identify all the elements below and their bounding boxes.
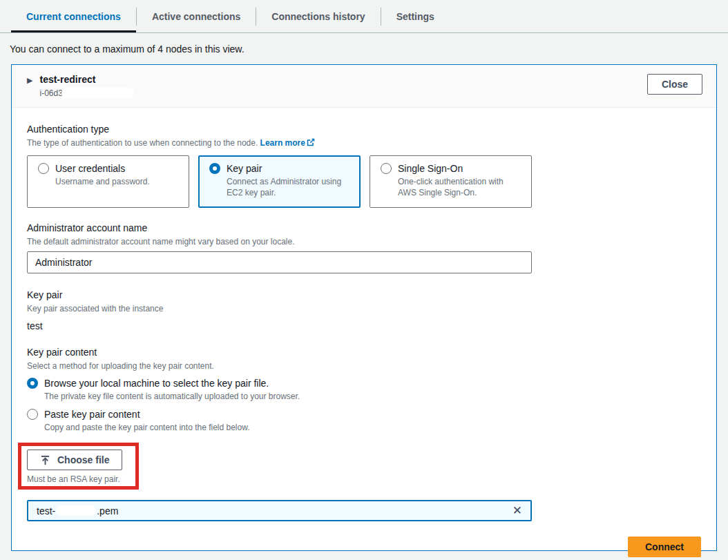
clear-file-icon[interactable]: ✕ (513, 505, 522, 516)
tab-settings[interactable]: Settings (381, 0, 450, 32)
upload-method-paste[interactable]: Paste key pair content Copy and paste th… (27, 409, 702, 433)
radio-browse-description: The private key file content is automati… (44, 391, 702, 402)
connection-panel: ▶ test-redirect i-06d3 Close Authenticat… (11, 64, 717, 551)
key-pair-description: Key pair associated with the instance (27, 303, 702, 314)
selected-file-field[interactable]: test-.pem ✕ (27, 500, 532, 521)
radio-paste-content[interactable] (27, 409, 38, 420)
authentication-type-field: Authentication type The type of authenti… (27, 123, 702, 208)
redaction-blob (56, 505, 96, 516)
key-pair-content-label: Key pair content (27, 346, 702, 358)
authentication-type-label: Authentication type (27, 123, 702, 135)
choose-file-area: Choose file Must be an RSA key pair. (27, 450, 165, 484)
auth-card-key-pair[interactable]: Key pair Connect as Administrator using … (198, 155, 361, 208)
panel-footer: Connect (27, 537, 701, 557)
upload-method-browse[interactable]: Browse your local machine to select the … (27, 378, 702, 402)
auth-card-description: Username and password. (55, 176, 178, 187)
upload-method-radio-group: Browse your local machine to select the … (27, 378, 702, 433)
auth-card-user-credentials[interactable]: User credentials Username and password. (27, 155, 189, 208)
tab-current-connections[interactable]: Current connections (11, 0, 136, 32)
external-link-icon (307, 138, 315, 146)
instance-id: i-06d3 (39, 88, 133, 99)
panel-header: ▶ test-redirect i-06d3 Close (12, 65, 716, 108)
radio-key-pair[interactable] (209, 163, 220, 174)
rsa-constraint-text: Must be an RSA key pair. (27, 474, 165, 484)
key-pair-content-description: Select a method for uploading the key pa… (27, 360, 702, 371)
auth-card-title: Key pair (227, 163, 262, 174)
learn-more-link[interactable]: Learn more (260, 138, 315, 148)
learn-more-label: Learn more (260, 138, 305, 148)
close-button[interactable]: Close (647, 74, 702, 95)
key-pair-content-field: Key pair content Select a method for upl… (27, 346, 702, 521)
admin-account-label: Administrator account name (27, 222, 702, 234)
radio-user-credentials[interactable] (38, 163, 49, 174)
authentication-type-description: The type of authentication to use when c… (27, 137, 702, 148)
auth-card-description: Connect as Administrator using EC2 key p… (227, 176, 349, 198)
radio-paste-description: Copy and paste the key pair content into… (44, 422, 702, 433)
redaction-blob (61, 88, 134, 99)
connect-button[interactable]: Connect (628, 537, 701, 557)
admin-account-field: Administrator account name The default a… (27, 222, 702, 273)
tab-connections-history[interactable]: Connections history (256, 0, 380, 32)
upload-icon (40, 455, 50, 465)
key-pair-label: Key pair (27, 289, 702, 301)
radio-single-sign-on[interactable] (381, 163, 392, 174)
auth-card-title: User credentials (55, 163, 125, 174)
choose-file-label: Choose file (57, 454, 109, 466)
expander-caret-icon[interactable]: ▶ (27, 76, 32, 99)
choose-file-button[interactable]: Choose file (27, 450, 122, 470)
radio-browse-file[interactable] (27, 378, 38, 389)
radio-browse-label: Browse your local machine to select the … (44, 378, 269, 389)
selected-file-name: test-.pem (37, 505, 118, 516)
tab-active-connections[interactable]: Active connections (137, 0, 256, 32)
node-name: test-redirect (39, 74, 133, 85)
auth-card-single-sign-on[interactable]: Single Sign-On One-click authentication … (370, 155, 532, 208)
radio-paste-label: Paste key pair content (44, 409, 140, 420)
admin-account-input[interactable] (27, 251, 532, 273)
key-pair-value: test (27, 320, 702, 331)
auth-card-description: One-click authentication with AWS Single… (398, 176, 521, 198)
auth-card-title: Single Sign-On (398, 163, 463, 174)
panel-body: Authentication type The type of authenti… (12, 108, 716, 560)
authentication-type-description-text: The type of authentication to use when c… (27, 138, 258, 148)
admin-account-description: The default administrator account name m… (27, 236, 702, 247)
tab-bar: Current connections Active connections C… (0, 0, 728, 33)
key-pair-field: Key pair Key pair associated with the in… (27, 289, 702, 331)
max-nodes-info-text: You can connect to a maximum of 4 nodes … (10, 44, 728, 55)
auth-option-cards: User credentials Username and password. … (27, 155, 702, 208)
